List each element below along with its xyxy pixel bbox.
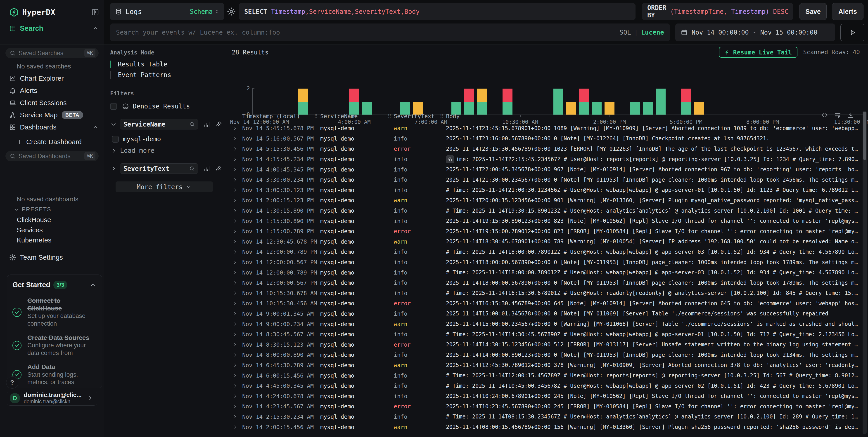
load-more-button[interactable]: Load more <box>111 147 222 154</box>
get-started-step-3[interactable]: Add DataStart sending logs,metrics, or t… <box>12 363 97 386</box>
column-header-servicename[interactable]: ⠿ServiceName <box>320 113 394 120</box>
analysis-mode-results-table[interactable]: Results Table <box>110 59 222 70</box>
preset-item-services[interactable]: Services <box>17 225 99 235</box>
saved-searches-field[interactable] <box>19 50 84 57</box>
row-expander[interactable] <box>228 164 240 175</box>
sidebar-item-team-settings[interactable]: Team Settings <box>9 251 63 264</box>
row-expander[interactable] <box>228 195 240 206</box>
table-row[interactable]: Nov 14 10:15:30.678 AMmysql-demoinfo# Ti… <box>228 288 860 299</box>
row-expander[interactable] <box>228 401 240 412</box>
row-expander[interactable] <box>228 185 240 196</box>
table-row[interactable]: Nov 14 4:24:00.678 AMmysql-demoinfo2025-… <box>228 391 860 401</box>
mode-sql-toggle[interactable]: SQL <box>619 29 631 36</box>
row-expander[interactable] <box>228 144 240 154</box>
row-expander[interactable] <box>228 237 240 247</box>
table-row[interactable]: Nov 14 4:23:45.567 AMmysql-demoerror2025… <box>228 401 860 412</box>
row-expander[interactable] <box>228 350 240 360</box>
table-row[interactable]: Nov 14 2:00:15.456 AMmysql-demowarn2025-… <box>228 422 860 432</box>
row-expander[interactable] <box>228 288 240 299</box>
alerts-button[interactable]: Alerts <box>832 3 864 20</box>
pin-icon[interactable] <box>215 165 222 172</box>
table-row[interactable]: Nov 14 3:30:00.234 PMmysql-demoinfo2025-… <box>228 175 860 185</box>
row-expander[interactable] <box>228 134 240 144</box>
copy-icon[interactable] <box>446 155 454 163</box>
histogram-bar-warn[interactable] <box>298 89 308 102</box>
histogram-bar-error[interactable] <box>579 89 589 102</box>
row-expander[interactable] <box>228 309 240 319</box>
row-expander[interactable] <box>228 206 240 216</box>
severitytext-filter-search[interactable]: SeverityText <box>120 163 198 174</box>
analysis-mode-event-patterns[interactable]: Event Patterns <box>110 70 222 80</box>
table-row[interactable]: Nov 14 5:45:15.678 PMmysql-demowarn2025-… <box>228 123 860 134</box>
table-row[interactable]: Nov 14 12:00:00.789 PMmysql-demoinfo# Ti… <box>228 267 860 278</box>
table-row[interactable]: Nov 14 4:45:00.345 AMmysql-demoinfo# Tim… <box>228 381 860 391</box>
histogram-bar-error[interactable] <box>681 89 691 102</box>
row-expander[interactable] <box>228 154 240 165</box>
scrollbar-track[interactable] <box>863 111 867 434</box>
time-range-picker[interactable]: Nov 14 00:00:00 - Nov 15 00:00:00 <box>675 24 835 41</box>
mode-lucene-toggle[interactable]: Lucene <box>641 29 664 36</box>
table-row[interactable]: Nov 14 4:00:45.345 PMmysql-demoinfo2025-… <box>228 164 860 175</box>
row-expander[interactable] <box>228 298 240 309</box>
row-expander[interactable] <box>228 257 240 268</box>
sidebar-item-client-sessions[interactable]: Client Sessions <box>0 97 104 109</box>
column-header-severitytext[interactable]: ⠿SeverityText <box>394 113 446 120</box>
row-expander[interactable] <box>228 247 240 257</box>
help-button[interactable]: ? <box>6 376 18 389</box>
sidebar-item-chart-explorer[interactable]: Chart Explorer <box>0 72 104 85</box>
row-expander[interactable] <box>228 175 240 185</box>
drag-handle-icon[interactable]: ⠿ <box>388 113 391 119</box>
create-dashboard-button[interactable]: Create Dashboard <box>17 137 82 147</box>
table-row[interactable]: Nov 14 2:00:15.123 PMmysql-demowarn2025-… <box>228 195 860 206</box>
wrap-lines-icon[interactable] <box>834 112 841 119</box>
presets-toggle[interactable]: PRESETS <box>13 206 51 213</box>
select-clause-input[interactable]: SELECT Timestamp ,ServiceName,SeverityTe… <box>239 3 636 20</box>
table-row[interactable]: Nov 14 10:15:30.456 AMmysql-demoerror202… <box>228 298 860 309</box>
table-row[interactable]: Nov 14 8:30:15.123 AMmysql-demoerror2025… <box>228 339 860 350</box>
row-expander[interactable] <box>228 381 240 391</box>
saved-dashboards-input[interactable]: ⌘K <box>5 151 99 161</box>
row-expander[interactable] <box>228 123 240 134</box>
chevron-up-icon[interactable] <box>92 124 99 130</box>
table-row[interactable]: Nov 14 8:30:45.567 AMmysql-demoinfo# Tim… <box>228 329 860 340</box>
get-started-step-1[interactable]: Connect toClickHouseSet up your database… <box>12 297 97 328</box>
code-view-icon[interactable] <box>821 112 828 119</box>
histogram-bar-error[interactable] <box>502 89 513 102</box>
row-expander[interactable] <box>228 226 240 237</box>
table-row[interactable]: Nov 14 12:00:00.789 PMmysql-demoinfo# Ti… <box>228 247 860 257</box>
denoise-results-toggle[interactable]: Denoise Results <box>110 103 222 110</box>
events-histogram[interactable]: 20 Nov 14 12:00:00 AM4:00:00 AM7:00:00 A… <box>228 66 868 104</box>
checkbox[interactable] <box>112 136 119 142</box>
preset-item-clickhouse[interactable]: ClickHouse <box>17 215 99 225</box>
chevron-up-icon[interactable] <box>92 25 99 32</box>
sidebar-item-service-map[interactable]: Service MapBETA <box>0 109 104 121</box>
bar-chart-icon[interactable] <box>203 121 210 128</box>
histogram-bar-warn[interactable] <box>477 89 487 102</box>
sidebar-item-search[interactable]: Search <box>9 23 99 34</box>
row-expander[interactable] <box>228 216 240 226</box>
drag-handle-icon[interactable]: ⠿ <box>314 113 318 119</box>
table-row[interactable]: Nov 14 2:15:30.234 AMmysql-demoinfo# Tim… <box>228 412 860 422</box>
histogram-bar-error[interactable] <box>464 89 474 102</box>
sidebar-item-alerts[interactable]: Alerts <box>0 85 104 97</box>
row-expander[interactable] <box>228 422 240 432</box>
table-row[interactable]: Nov 14 4:15:45.234 PMmysql-demoinfoime: … <box>228 154 860 165</box>
table-row[interactable]: Nov 14 9:00:00.234 AMmysql-demowarn2025-… <box>228 319 860 329</box>
get-started-step-2[interactable]: Create Data SourcesConfigure where yourd… <box>12 334 97 357</box>
source-settings-gear-icon[interactable] <box>227 7 236 16</box>
event-search-input[interactable] <box>116 29 619 36</box>
table-row[interactable]: Nov 14 12:00:00.567 PMmysql-demoinfo2025… <box>228 278 860 288</box>
table-row[interactable]: Nov 14 1:30:15.890 PMmysql-demoinfo# Tim… <box>228 206 860 216</box>
column-header-timestamp[interactable]: Timestamp (Local) <box>240 113 320 120</box>
table-row[interactable]: Nov 14 12:00:00.567 PMmysql-demoinfo2025… <box>228 257 860 268</box>
table-row[interactable]: Nov 14 1:15:00.789 PMmysql-demoerror2025… <box>228 226 860 237</box>
bar-chart-icon[interactable] <box>203 165 210 172</box>
saved-dashboards-field[interactable] <box>19 153 84 160</box>
histogram-bar-error[interactable] <box>349 89 359 102</box>
column-header-body[interactable]: ⠿Body <box>446 113 860 120</box>
row-expander[interactable] <box>228 412 240 422</box>
schema-label[interactable]: Schema <box>190 8 213 15</box>
drag-handle-icon[interactable]: ⠿ <box>440 113 443 119</box>
chevron-right-icon[interactable] <box>110 165 117 172</box>
table-row[interactable]: Nov 14 12:30:45.678 PMmysql-demowarn2025… <box>228 237 860 247</box>
